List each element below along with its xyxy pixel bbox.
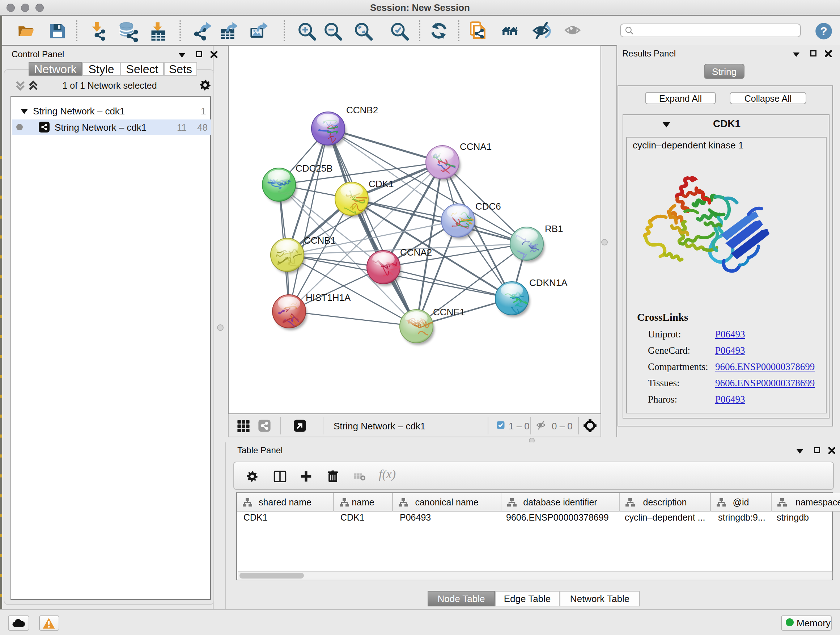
svg-text:CDC25B: CDC25B: [295, 163, 333, 174]
svg-text:CDC6: CDC6: [475, 201, 501, 212]
svg-text:CDK1: CDK1: [369, 179, 393, 189]
svg-text:CDKN1A: CDKN1A: [529, 277, 568, 288]
svg-text:CCNB1: CCNB1: [304, 235, 336, 246]
svg-text:CCNA1: CCNA1: [460, 141, 492, 152]
svg-text:RB1: RB1: [545, 223, 563, 234]
svg-text:?: ?: [820, 25, 827, 38]
svg-text:HIST1H1A: HIST1H1A: [306, 292, 351, 303]
svg-text:CCNA2: CCNA2: [400, 247, 432, 258]
svg-text:CCNB2: CCNB2: [346, 105, 378, 116]
svg-text:CCNE1: CCNE1: [433, 307, 465, 318]
